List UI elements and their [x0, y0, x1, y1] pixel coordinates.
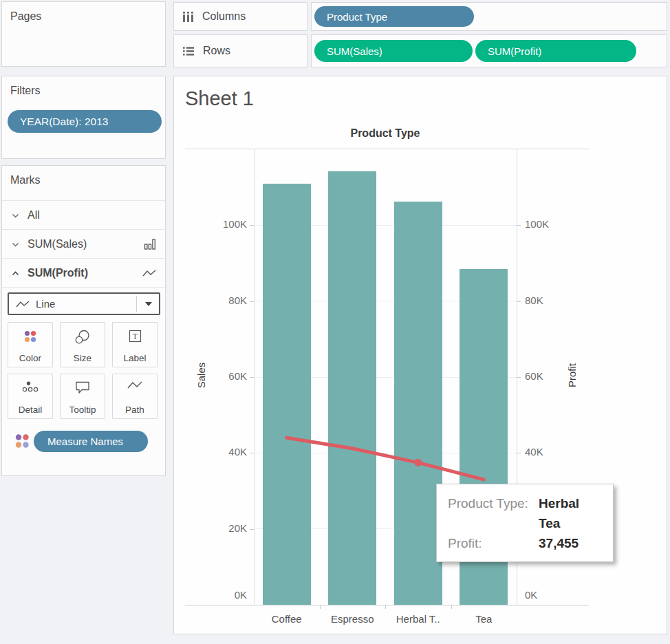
chevron-down-icon[interactable] [11, 211, 20, 220]
tableau-workspace: Pages Filters YEAR(Date): 2013 Marks All… [0, 0, 670, 644]
filters-shelf[interactable]: Filters YEAR(Date): 2013 [1, 76, 166, 159]
path-button[interactable]: Path [112, 374, 158, 419]
color-icon [8, 329, 52, 345]
marks-card: Marks AllSUM(Sales)SUM(Profit) Line Colo… [1, 165, 166, 476]
axis-tick [517, 377, 521, 378]
right-axis-tick-label: 80K [525, 294, 594, 306]
right-axis-tick-label: 100K [525, 218, 594, 230]
left-axis-tick-label: 80K [178, 294, 247, 306]
tooltip-value: 37,455 [539, 533, 579, 553]
category-tick [451, 605, 452, 609]
rows-pill-area: SUM(Sales)SUM(Profit) [314, 40, 636, 62]
category-label[interactable]: Herbal T.. [385, 613, 451, 625]
left-axis-tick-label: 20K [178, 522, 247, 534]
bar-chart-icon [144, 239, 156, 250]
mark-type-dropdown[interactable]: Line [8, 292, 160, 315]
category-tick [385, 605, 386, 609]
marks-row-sum-profit-[interactable]: SUM(Profit) [2, 259, 165, 288]
rows-shelf-label: Rows [173, 34, 307, 67]
button-label: Size [61, 353, 105, 363]
tooltip: Product Type:Herbal TeaProfit:37,455 [436, 484, 614, 562]
line-mark-icon [16, 300, 30, 308]
field-pill-label: SUM(Sales) [327, 45, 382, 57]
label-button[interactable]: TLabel [112, 322, 158, 367]
tooltip-label: Profit: [448, 533, 539, 553]
left-axis-tick-label: 0K [178, 589, 247, 601]
right-axis-tick-label: 0K [525, 589, 594, 601]
axis-tick [517, 301, 521, 302]
right-axis-tick-label: 60K [525, 370, 594, 382]
tooltip-row: Product Type:Herbal Tea [448, 493, 602, 533]
label-icon: T [113, 329, 157, 343]
sheet-view: Sheet 1 Product Type Sales Profit 0K0K20… [173, 76, 667, 634]
category-label[interactable]: Coffee [254, 613, 320, 625]
rows-icon [182, 46, 195, 56]
chevron-up-icon[interactable] [11, 269, 20, 278]
pages-shelf[interactable]: Pages [1, 1, 166, 67]
color-button[interactable]: Color [8, 322, 53, 367]
marks-row-label: All [28, 209, 40, 222]
axis-tick [517, 605, 521, 605]
field-pill[interactable]: Product Type [314, 6, 474, 27]
tooltip-button[interactable]: Tooltip [60, 374, 105, 419]
field-pill[interactable]: YEAR(Date): 2013 [8, 110, 162, 133]
columns-icon [182, 11, 194, 22]
marks-title: Marks [10, 174, 41, 186]
left-axis-tick-label: 100K [178, 218, 247, 230]
line-chart-icon [142, 269, 156, 277]
marks-row-label: SUM(Profit) [28, 267, 88, 279]
columns-shelf-label: Columns [173, 2, 307, 31]
detail-icon [8, 380, 52, 394]
category-label[interactable]: Espresso [320, 613, 386, 625]
right-axis-tick-label: 40K [525, 446, 594, 458]
columns-shelf[interactable]: Product Type [311, 2, 667, 31]
button-label: Label [113, 353, 157, 363]
category-label[interactable]: Tea [451, 613, 517, 625]
marks-row-all[interactable]: All [2, 202, 165, 230]
mark-type-value: Line [36, 298, 55, 310]
divider [136, 296, 137, 312]
columns-label: Columns [202, 10, 246, 23]
detail-button[interactable]: Detail [8, 374, 53, 419]
axis-tick [517, 225, 521, 226]
size-button[interactable]: Size [60, 322, 105, 367]
marks-row-label: SUM(Sales) [28, 238, 87, 250]
category-tick [320, 605, 321, 609]
axis-tick [517, 453, 521, 453]
left-axis-tick-label: 40K [178, 446, 247, 458]
pages-title: Pages [10, 10, 41, 23]
measure-names-dots-icon [13, 432, 31, 450]
column-field-header: Product Type [254, 127, 517, 140]
path-icon [113, 380, 157, 390]
button-label: Tooltip [61, 405, 105, 415]
tooltip-label: Product Type: [448, 493, 539, 533]
field-pill[interactable]: SUM(Profit) [475, 40, 636, 62]
button-label: Detail [8, 405, 52, 415]
button-label: Path [113, 405, 157, 415]
field-pill-label: SUM(Profit) [488, 45, 541, 57]
sheet-title: Sheet 1 [185, 87, 254, 110]
measure-names-pill[interactable]: Measure Names [34, 431, 148, 452]
size-icon [61, 329, 105, 345]
button-label: Color [8, 353, 52, 363]
filters-title: Filters [10, 85, 41, 97]
columns-pill-area: Product Type [314, 6, 474, 27]
filters-pill-area: YEAR(Date): 2013 [8, 110, 162, 133]
rows-label: Rows [203, 45, 230, 57]
rows-shelf[interactable]: SUM(Sales)SUM(Profit) [311, 34, 667, 67]
svg-text:T: T [132, 332, 138, 341]
tooltip-value: Herbal Tea [539, 493, 602, 533]
axis-tick [250, 605, 254, 605]
tooltip-icon [61, 380, 105, 395]
field-pill-label: Product Type [327, 11, 387, 23]
field-pill[interactable]: SUM(Sales) [314, 40, 473, 62]
tooltip-row: Profit:37,455 [448, 533, 602, 553]
field-pill-label: YEAR(Date): 2013 [20, 116, 108, 128]
highlighted-point[interactable] [414, 459, 422, 466]
x-axis-line [185, 605, 589, 605]
chevron-down-icon[interactable] [11, 240, 20, 249]
marks-row-sum-sales-[interactable]: SUM(Sales) [2, 230, 165, 259]
profit-line[interactable] [287, 438, 484, 480]
divider [2, 200, 165, 201]
chevron-down-icon[interactable] [145, 302, 152, 306]
